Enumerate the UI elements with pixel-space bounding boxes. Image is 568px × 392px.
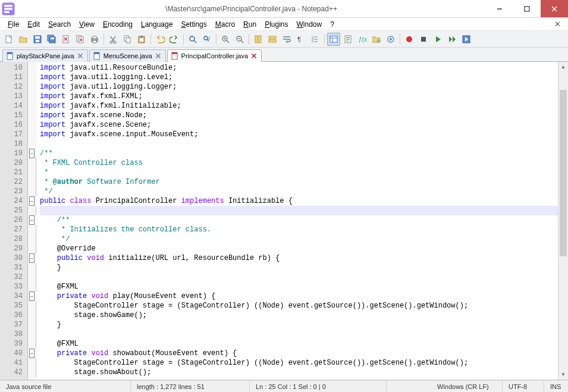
play-macro-button[interactable] <box>431 33 444 46</box>
menu-file[interactable]: File <box>4 19 23 30</box>
code-line[interactable]: } <box>40 263 558 272</box>
code-line[interactable]: stage.showAbout(); <box>40 368 558 377</box>
menu-help[interactable]: ? <box>326 19 338 30</box>
menu-language[interactable]: Language <box>137 19 177 30</box>
code-area[interactable]: import java.util.ResourceBundle;import j… <box>36 62 558 380</box>
save-all-button[interactable] <box>45 33 58 46</box>
code-line[interactable]: @FXML <box>40 339 558 349</box>
code-line[interactable]: */ <box>40 187 558 196</box>
menu-view[interactable]: View <box>75 19 99 30</box>
folder-panel-button[interactable] <box>370 33 383 46</box>
scroll-thumb[interactable] <box>560 90 567 256</box>
code-line[interactable]: import javafx.scene.Node; <box>40 111 558 120</box>
menu-run[interactable]: Run <box>239 19 261 30</box>
menu-settings[interactable]: Settings <box>177 19 211 30</box>
code-line[interactable]: * @author Software Informer <box>40 177 558 187</box>
cut-button[interactable] <box>106 33 120 46</box>
fold-toggle[interactable]: − <box>29 253 34 263</box>
code-line[interactable] <box>40 206 558 215</box>
fold-toggle[interactable]: − <box>29 349 34 358</box>
menu-macro[interactable]: Macro <box>211 19 239 30</box>
code-line[interactable]: import javafx.scene.input.MouseEvent; <box>40 130 558 139</box>
code-line[interactable] <box>40 272 558 282</box>
code-line[interactable] <box>40 330 558 339</box>
wordwrap-button[interactable] <box>280 33 293 46</box>
menu-encoding[interactable]: Encoding <box>99 19 137 30</box>
code-line[interactable]: /** <box>40 215 558 225</box>
code-line[interactable]: public void initialize(URL url, Resource… <box>40 253 558 263</box>
tab-close-icon[interactable] <box>155 52 162 59</box>
tab-close-icon[interactable] <box>77 52 84 59</box>
code-line[interactable]: import java.util.logging.Logger; <box>40 82 558 92</box>
zoom-in-button[interactable] <box>219 33 232 46</box>
code-line[interactable]: import javafx.fxml.FXML; <box>40 92 558 101</box>
close-all-button[interactable] <box>74 33 87 46</box>
tab-playstackpane-java[interactable]: playStackPane.java <box>2 49 88 62</box>
zoom-out-button[interactable] <box>233 33 246 46</box>
new-file-button[interactable] <box>2 33 15 46</box>
code-line[interactable]: private void showabout(MouseEvent event)… <box>40 349 558 358</box>
menu-edit[interactable]: Edit <box>23 19 44 30</box>
code-line[interactable]: @Override <box>40 244 558 253</box>
show-all-chars-button[interactable]: ¶ <box>294 33 307 46</box>
print-button[interactable] <box>88 33 101 46</box>
code-line[interactable]: stage.showGame(); <box>40 311 558 320</box>
save-macro-button[interactable] <box>460 33 473 46</box>
fold-toggle[interactable]: − <box>29 149 34 158</box>
scroll-track[interactable] <box>558 72 568 369</box>
mdi-close-icon[interactable]: ✕ <box>551 20 564 29</box>
code-line[interactable]: StageController stage = (StageController… <box>40 301 558 311</box>
tab-principalcontroller-java[interactable]: PrincipalController.java <box>167 49 262 62</box>
fold-toggle[interactable]: − <box>29 291 34 301</box>
code-line[interactable]: * <box>40 168 558 177</box>
code-line[interactable]: public class PrincipalController impleme… <box>40 196 558 206</box>
save-button[interactable] <box>31 33 44 46</box>
maximize-button[interactable] <box>513 0 541 17</box>
monitor-button[interactable] <box>384 33 397 46</box>
code-line[interactable]: import javafx.fxml.Initializable; <box>40 101 558 111</box>
replace-button[interactable] <box>200 33 214 46</box>
minimize-button[interactable] <box>486 0 513 17</box>
code-line[interactable]: * Initializes the controller class. <box>40 225 558 234</box>
fold-column[interactable]: −−−−−− <box>28 62 36 380</box>
indent-guide-button[interactable] <box>309 33 322 46</box>
scroll-down-button[interactable]: ▼ <box>558 369 568 380</box>
code-line[interactable] <box>40 139 558 149</box>
scroll-up-button[interactable]: ▲ <box>558 62 568 72</box>
code-line[interactable]: StageController stage = (StageController… <box>40 358 558 368</box>
code-line[interactable]: import java.util.ResourceBundle; <box>40 63 558 73</box>
menu-plugins[interactable]: Plugins <box>261 19 292 30</box>
menu-window[interactable]: Window <box>293 19 327 30</box>
tab-close-icon[interactable] <box>250 52 258 59</box>
close-file-button[interactable] <box>59 33 73 46</box>
menu-search[interactable]: Search <box>44 19 75 30</box>
fold-toggle[interactable]: − <box>29 215 34 225</box>
code-line[interactable]: import java.util.logging.Level; <box>40 73 558 82</box>
tab-menuscene-java[interactable]: MenuScene.java <box>89 49 166 62</box>
code-line[interactable]: /** <box>40 149 558 158</box>
code-line[interactable]: import javafx.scene.Scene; <box>40 120 558 130</box>
close-button[interactable] <box>541 0 568 17</box>
play-multi-button[interactable] <box>445 33 459 46</box>
line-number-gutter[interactable]: 1011121314151617181920212223242526272829… <box>0 62 28 380</box>
doc-map-button[interactable] <box>341 33 354 46</box>
func-list-button[interactable]: ƒ(x) <box>356 33 369 46</box>
find-button[interactable] <box>186 33 199 46</box>
code-line[interactable]: */ <box>40 234 558 244</box>
sync-h-button[interactable] <box>266 33 279 46</box>
redo-button[interactable] <box>168 33 181 46</box>
record-macro-button[interactable] <box>403 33 416 46</box>
lang-button[interactable] <box>327 33 340 46</box>
code-line[interactable]: * FXML Controller class <box>40 158 558 168</box>
vertical-scrollbar[interactable]: ▲ ▼ <box>558 62 568 380</box>
code-line[interactable]: private void play(MouseEvent event) { <box>40 291 558 301</box>
fold-toggle[interactable]: − <box>29 196 34 206</box>
undo-button[interactable] <box>153 33 167 46</box>
paste-button[interactable] <box>135 33 148 46</box>
sync-v-button[interactable] <box>252 33 265 46</box>
code-line[interactable]: @FXML <box>40 282 558 291</box>
code-line[interactable]: } <box>40 320 558 330</box>
open-file-button[interactable] <box>17 33 30 46</box>
stop-macro-button[interactable] <box>417 33 430 46</box>
copy-button[interactable] <box>121 33 134 46</box>
